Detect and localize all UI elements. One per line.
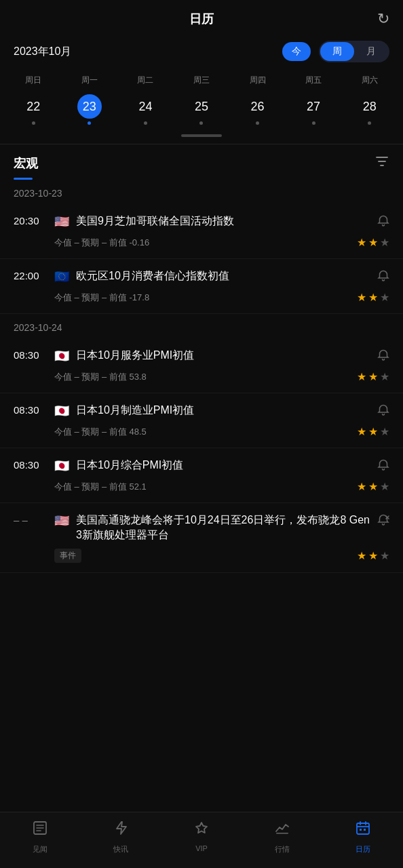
nav-item-news[interactable]: 见闻 — [0, 819, 81, 854]
star-1-2: ★ — [368, 236, 378, 249]
date-25[interactable]: 25 — [174, 94, 230, 125]
svg-rect-6 — [276, 833, 288, 834]
event-meta-5: 今值 – 预期 – 前值 52.1 — [54, 481, 351, 493]
event-name-6: 美国高通骁龙峰会将于10月24日至26日举行，发布骁龙8 Gen 3新旗舰处理器… — [76, 513, 370, 543]
nav-label-market: 行情 — [275, 844, 290, 854]
refresh-button[interactable]: ↻ — [377, 10, 389, 28]
event-flag-5: 🇯🇵 — [54, 458, 69, 473]
event-flag-4: 🇯🇵 — [54, 403, 69, 418]
star-2-1: ★ — [357, 291, 366, 304]
filter-icon[interactable] — [375, 154, 389, 172]
vip-icon — [193, 819, 210, 841]
event-item-6[interactable]: – – 🇺🇸 美国高通骁龙峰会将于10月24日至26日举行，发布骁龙8 Gen … — [0, 503, 403, 573]
event-flag-1: 🇺🇸 — [54, 214, 69, 229]
date-24[interactable]: 24 — [117, 94, 174, 125]
date-dot-24 — [144, 121, 147, 125]
event-time-2: 22:00 — [14, 269, 47, 281]
date-dot-26 — [256, 121, 259, 125]
weekday-sat: 周六 — [341, 72, 398, 89]
event-item-1[interactable]: 20:30 🇺🇸 美国9月芝加哥联储全国活动指数 今值 – 预期 – 前值 -0… — [0, 204, 403, 259]
event-row2-2: 今值 – 预期 – 前值 -17.8 ★ ★ ★ — [14, 291, 389, 304]
event-item-5[interactable]: 08:30 🇯🇵 日本10月综合PMI初值 今值 – 预期 – 前值 52.1 … — [0, 448, 403, 503]
bell-icon-2[interactable] — [377, 269, 389, 285]
event-meta-2: 今值 – 预期 – 前值 -17.8 — [54, 292, 351, 304]
nav-item-calendar[interactable]: 日历 — [322, 819, 403, 854]
event-item-3[interactable]: 08:30 🇯🇵 日本10月服务业PMI初值 今值 – 预期 – 前值 53.8… — [0, 338, 403, 393]
nav-item-flash[interactable]: 快讯 — [81, 819, 161, 854]
star-4-1: ★ — [357, 425, 366, 438]
weekday-sun: 周日 — [5, 72, 62, 89]
star-1-3: ★ — [380, 236, 389, 249]
star-3-2: ★ — [368, 370, 378, 383]
year-month-label: 2023年10月 — [14, 45, 274, 59]
star-3-3: ★ — [380, 370, 389, 383]
stars-4: ★ ★ ★ — [357, 425, 389, 438]
star-4-3: ★ — [380, 425, 389, 438]
date-dot-25 — [199, 121, 203, 125]
event-row1-5: 08:30 🇯🇵 日本10月综合PMI初值 — [14, 458, 389, 475]
event-time-3: 08:30 — [14, 348, 47, 361]
nav-label-calendar: 日历 — [356, 844, 370, 854]
weekday-tue: 周二 — [117, 72, 174, 89]
event-time-1: 20:30 — [14, 214, 47, 226]
event-flag-2: 🇪🇺 — [54, 269, 69, 284]
star-5-3: ★ — [380, 480, 389, 493]
nav-item-market[interactable]: 行情 — [242, 819, 322, 854]
star-2-3: ★ — [380, 291, 389, 304]
app-header: 日历 ↻ — [0, 0, 403, 35]
event-item-4[interactable]: 08:30 🇯🇵 日本10月制造业PMI初值 今值 – 预期 – 前值 48.5… — [0, 393, 403, 448]
event-row1-1: 20:30 🇺🇸 美国9月芝加哥联储全国活动指数 — [14, 214, 389, 231]
event-row1-2: 22:00 🇪🇺 欧元区10月消费者信心指数初值 — [14, 269, 389, 285]
date-dot-28 — [368, 121, 371, 125]
date-num-26: 26 — [246, 94, 270, 119]
star-6-2: ★ — [368, 549, 378, 562]
section-title: 宏观 — [14, 157, 38, 170]
event-row2-6: 事件 ★ ★ ★ — [14, 549, 389, 563]
event-time-4: 08:30 — [14, 403, 47, 416]
star-2-2: ★ — [368, 291, 378, 304]
event-meta-4: 今值 – 预期 – 前值 48.5 — [54, 426, 351, 438]
event-flag-3: 🇯🇵 — [54, 348, 69, 363]
bell-icon-3[interactable] — [377, 348, 389, 365]
section-title-group: 宏观 — [14, 155, 38, 172]
page-title: 日历 — [189, 11, 214, 27]
bell-icon-6[interactable] — [377, 513, 389, 530]
event-name-4: 日本10月制造业PMI初值 — [76, 403, 370, 418]
event-row1-6: – – 🇺🇸 美国高通骁龙峰会将于10月24日至26日举行，发布骁龙8 Gen … — [14, 513, 389, 543]
weekday-wed: 周三 — [174, 72, 230, 89]
event-item-2[interactable]: 22:00 🇪🇺 欧元区10月消费者信心指数初值 今值 – 预期 – 前值 -1… — [0, 259, 403, 314]
event-name-3: 日本10月服务业PMI初值 — [76, 348, 370, 363]
week-toggle-button[interactable]: 周 — [320, 42, 354, 61]
event-row2-5: 今值 – 预期 – 前值 52.1 ★ ★ ★ — [14, 480, 389, 493]
bell-icon-4[interactable] — [377, 403, 389, 420]
event-meta-1: 今值 – 预期 – 前值 -0.16 — [54, 237, 351, 249]
bell-icon-1[interactable] — [377, 214, 389, 231]
section-header: 宏观 — [0, 144, 403, 175]
star-4-2: ★ — [368, 425, 378, 438]
date-label-1024: 2023-10-24 — [0, 314, 403, 338]
calendar-icon — [354, 819, 372, 841]
dates-row: 22 23 24 25 26 27 28 — [0, 92, 403, 130]
nav-item-vip[interactable]: VIP — [161, 819, 242, 854]
star-6-3: ★ — [380, 549, 389, 562]
date-23[interactable]: 23 — [62, 94, 118, 125]
bell-icon-5[interactable] — [377, 458, 389, 475]
event-row1-3: 08:30 🇯🇵 日本10月服务业PMI初值 — [14, 348, 389, 365]
event-meta-3: 今值 – 预期 – 前值 53.8 — [54, 371, 351, 383]
month-toggle-button[interactable]: 月 — [354, 42, 388, 61]
date-num-25: 25 — [189, 94, 214, 119]
event-time-5: 08:30 — [14, 458, 47, 471]
today-button[interactable]: 今 — [282, 42, 311, 61]
star-6-1: ★ — [357, 549, 366, 562]
bottom-padding — [0, 573, 403, 641]
date-28[interactable]: 28 — [341, 94, 398, 125]
event-name-2: 欧元区10月消费者信心指数初值 — [76, 269, 370, 283]
date-num-22: 22 — [21, 94, 45, 119]
date-dot-23 — [88, 121, 91, 125]
date-22[interactable]: 22 — [5, 94, 62, 125]
date-27[interactable]: 27 — [286, 94, 342, 125]
view-toggle: 周 月 — [319, 41, 389, 62]
event-row2-4: 今值 – 预期 – 前值 48.5 ★ ★ ★ — [14, 425, 389, 438]
date-num-23: 23 — [77, 94, 102, 119]
date-26[interactable]: 26 — [229, 94, 286, 125]
